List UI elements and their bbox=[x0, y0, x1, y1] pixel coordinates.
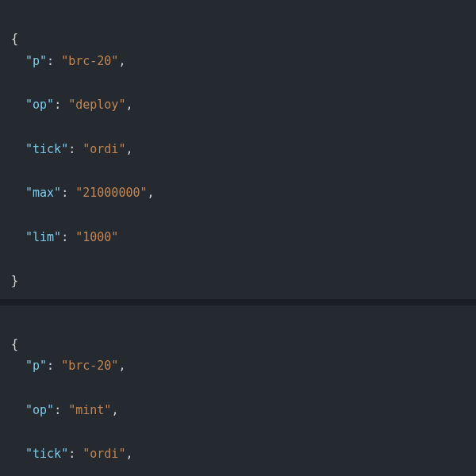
json-key: "tick" bbox=[25, 447, 68, 461]
json-line: "tick": "ordi", bbox=[11, 443, 465, 466]
json-value: "deploy" bbox=[68, 98, 125, 112]
json-value: "mint" bbox=[68, 403, 111, 417]
json-key: "tick" bbox=[25, 142, 68, 156]
json-line: "tick": "ordi", bbox=[11, 139, 465, 161]
json-value: "1000" bbox=[75, 230, 118, 244]
json-key: "lim" bbox=[25, 230, 61, 244]
open-brace: { bbox=[11, 32, 18, 46]
json-key: "p" bbox=[25, 54, 47, 68]
comma: , bbox=[111, 403, 118, 417]
json-key: "op" bbox=[25, 403, 54, 417]
colon: : bbox=[54, 403, 68, 417]
json-key: "max" bbox=[25, 186, 61, 200]
json-value: "brc-20" bbox=[61, 54, 118, 68]
code-container: { "p": "brc-20", "op": "deploy", "tick":… bbox=[0, 0, 476, 476]
comma: , bbox=[148, 186, 155, 200]
open-brace: { bbox=[11, 337, 18, 351]
colon: : bbox=[68, 142, 83, 156]
json-line: "op": "mint", bbox=[11, 400, 465, 422]
comma: , bbox=[125, 98, 132, 112]
json-value: "21000000" bbox=[75, 186, 147, 200]
colon: : bbox=[47, 54, 61, 68]
json-line: "max": "21000000", bbox=[11, 182, 465, 205]
comma: , bbox=[118, 359, 125, 373]
colon: : bbox=[47, 359, 61, 373]
code-block-1: { "p": "brc-20", "op": "deploy", "tick":… bbox=[0, 0, 476, 299]
json-value: "ordi" bbox=[83, 447, 125, 461]
colon: : bbox=[54, 98, 68, 112]
json-line: "op": "deploy", bbox=[11, 94, 465, 117]
code-block-2: { "p": "brc-20", "op": "mint", "tick": "… bbox=[0, 305, 476, 476]
json-key: "op" bbox=[25, 98, 54, 112]
colon: : bbox=[68, 447, 83, 461]
json-line: "p": "brc-20", bbox=[11, 355, 465, 378]
comma: , bbox=[125, 447, 132, 461]
close-brace: } bbox=[11, 274, 18, 288]
comma: , bbox=[118, 54, 125, 68]
json-line: "lim": "1000" bbox=[11, 227, 465, 249]
json-line: "p": "brc-20", bbox=[11, 51, 465, 73]
colon: : bbox=[61, 230, 75, 244]
json-key: "p" bbox=[25, 359, 47, 373]
json-value: "brc-20" bbox=[61, 359, 118, 373]
colon: : bbox=[61, 186, 75, 200]
comma: , bbox=[125, 142, 132, 156]
json-value: "ordi" bbox=[83, 142, 125, 156]
